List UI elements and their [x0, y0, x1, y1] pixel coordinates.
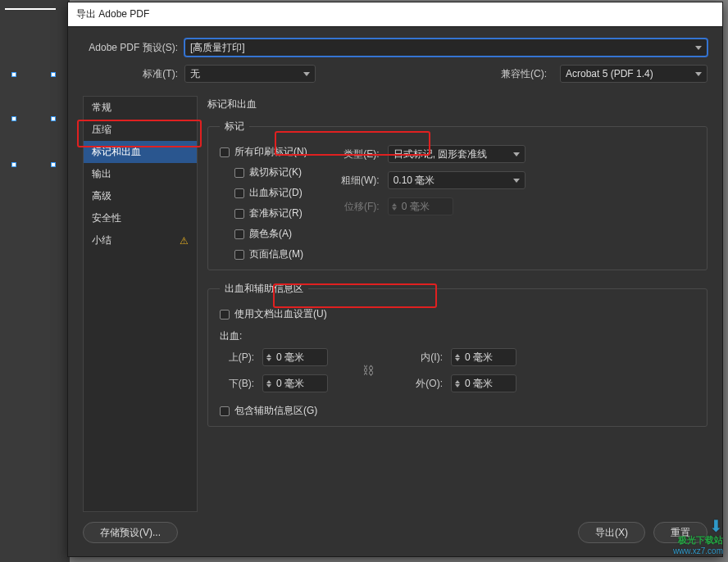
- bleed-bottom-input[interactable]: 0 毫米: [262, 374, 328, 392]
- compat-value: Acrobat 5 (PDF 1.4): [566, 68, 653, 79]
- marks-legend: 标记: [220, 120, 249, 134]
- sidebar-item-label: 小结: [92, 233, 111, 247]
- panel-title: 标记和出血: [207, 97, 708, 111]
- type-select[interactable]: 日式标记, 圆形套准线: [388, 145, 526, 163]
- preset-select[interactable]: [高质量打印]: [184, 39, 708, 57]
- chk-label: 所有印刷标记(N): [234, 145, 307, 159]
- preset-value: [高质量打印]: [190, 41, 245, 55]
- chk-label: 使用文档出血设置(U): [234, 307, 327, 321]
- sidebar-item-label: 输出: [92, 167, 111, 181]
- sidebar-item-label: 安全性: [92, 211, 121, 225]
- footer: 存储预设(V)... 导出(X) 重置: [68, 512, 722, 556]
- sidebar-item-marks-bleed[interactable]: 标记和出血: [84, 141, 197, 163]
- chk-pageinfo[interactable]: 页面信息(M): [234, 247, 307, 261]
- link-icon[interactable]: ⛓: [361, 358, 375, 383]
- chk-label: 页面信息(M): [249, 247, 303, 261]
- window-title: 导出 Adobe PDF: [76, 7, 149, 21]
- bleed-heading: 出血:: [220, 329, 695, 343]
- chk-bleed[interactable]: 出血标记(D): [234, 186, 307, 200]
- weight-value: 0.10 毫米: [394, 174, 435, 188]
- type-value: 日式标记, 圆形套准线: [394, 147, 488, 161]
- standard-label: 标准(T):: [83, 67, 178, 81]
- chk-crop[interactable]: 裁切标记(K): [234, 165, 307, 179]
- type-label: 类型(E):: [330, 147, 380, 161]
- chk-label: 颜色条(A): [249, 227, 292, 241]
- standard-value: 无: [190, 67, 200, 81]
- sidebar-item-security[interactable]: 安全性: [84, 207, 197, 229]
- sidebar-item-summary[interactable]: 小结⚠: [84, 229, 197, 252]
- titlebar[interactable]: 导出 Adobe PDF: [68, 2, 722, 27]
- chevron-down-icon: [695, 46, 702, 50]
- chk-colorbar[interactable]: 颜色条(A): [234, 227, 307, 241]
- weight-label: 粗细(W):: [330, 174, 380, 188]
- standard-select[interactable]: 无: [184, 65, 316, 83]
- compat-select[interactable]: Acrobat 5 (PDF 1.4): [560, 65, 708, 83]
- chk-use-doc-bleed[interactable]: 使用文档出血设置(U): [220, 307, 695, 321]
- bleed-inner-input[interactable]: 0 毫米: [451, 348, 516, 366]
- top-form: Adobe PDF 预设(S): [高质量打印] 标准(T): 无 兼容性(C)…: [68, 27, 722, 96]
- chk-label: 出血标记(D): [249, 186, 303, 200]
- bottom-label: 下(B):: [220, 377, 254, 391]
- marks-fieldset: 标记 所有印刷标记(N) 裁切标记(K) 出血标记(D) 套准标记(R) 颜色条…: [207, 120, 708, 270]
- bleed-fieldset: 出血和辅助信息区 使用文档出血设置(U) 出血: 上(P): 0 毫米 下(B)…: [207, 282, 708, 427]
- bleed-legend: 出血和辅助信息区: [220, 282, 308, 296]
- preset-label: Adobe PDF 预设(S):: [83, 41, 178, 55]
- bleed-outer-input[interactable]: 0 毫米: [451, 374, 516, 392]
- sidebar-item-output[interactable]: 输出: [84, 163, 197, 185]
- sidebar-item-compression[interactable]: 压缩: [84, 119, 197, 141]
- chk-all-marks[interactable]: 所有印刷标记(N): [220, 145, 307, 159]
- offset-label: 位移(F):: [330, 200, 380, 214]
- sidebar-item-label: 压缩: [92, 123, 111, 137]
- chk-label: 套准标记(R): [249, 206, 303, 220]
- export-pdf-dialog: 导出 Adobe PDF Adobe PDF 预设(S): [高质量打印] 标准…: [67, 2, 723, 557]
- offset-value: 0 毫米: [402, 200, 430, 214]
- sidebar-item-general[interactable]: 常规: [84, 97, 197, 119]
- chk-label: 裁切标记(K): [249, 165, 302, 179]
- chevron-down-icon: [695, 72, 702, 76]
- chk-label: 包含辅助信息区(G): [234, 404, 317, 418]
- offset-input: 0 毫米: [388, 197, 453, 215]
- top-label: 上(P):: [220, 351, 254, 365]
- compat-label: 兼容性(C):: [501, 67, 547, 81]
- chevron-down-icon: [513, 152, 520, 156]
- weight-select[interactable]: 0.10 毫米: [388, 171, 526, 189]
- warning-icon: ⚠: [180, 235, 189, 247]
- inner-label: 内(I):: [408, 351, 443, 365]
- chk-slug[interactable]: 包含辅助信息区(G): [220, 404, 695, 418]
- bleed-top-input[interactable]: 0 毫米: [262, 348, 328, 366]
- sidebar-item-label: 高级: [92, 189, 111, 203]
- sidebar-item-label: 标记和出血: [92, 145, 141, 159]
- export-button[interactable]: 导出(X): [578, 522, 645, 543]
- sidebar-item-advanced[interactable]: 高级: [84, 185, 197, 207]
- chevron-down-icon: [513, 179, 520, 183]
- outer-label: 外(O):: [408, 377, 443, 391]
- content-panel: 标记和出血 标记 所有印刷标记(N) 裁切标记(K) 出血标记(D) 套准标记(…: [207, 96, 708, 512]
- sidebar: 常规 压缩 标记和出血 输出 高级 安全性 小结⚠: [83, 96, 198, 512]
- chk-registration[interactable]: 套准标记(R): [234, 206, 307, 220]
- reset-button[interactable]: 重置: [653, 522, 708, 543]
- sidebar-item-label: 常规: [92, 101, 111, 115]
- save-preset-button[interactable]: 存储预设(V)...: [83, 522, 178, 543]
- chevron-down-icon: [303, 72, 310, 76]
